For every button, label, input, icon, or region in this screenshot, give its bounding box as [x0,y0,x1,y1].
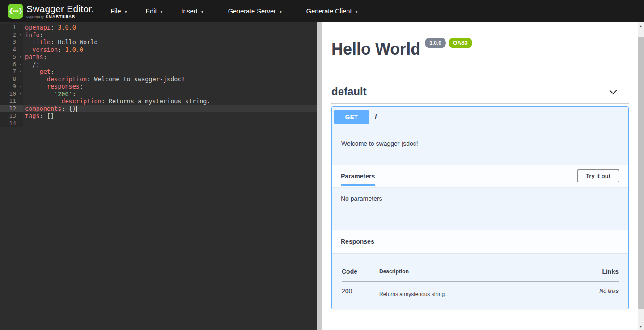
line-number: 3 [0,38,23,46]
fold-arrow-icon[interactable]: ▾ [20,68,22,76]
operation-path: / [375,113,377,121]
menu-file[interactable]: File▼ [105,4,133,18]
operation-description: Welcome to swagger-jsdoc! [332,127,628,165]
menu-caret-icon: ▼ [124,10,127,13]
scrollbar-thumb[interactable] [638,37,644,309]
workspace: 1openapi: 3.0.02▾info:3 title: Hello Wor… [0,22,644,330]
tab-parameters[interactable]: Parameters [341,173,375,180]
editor-line[interactable]: 12components: {} [0,105,317,113]
swagger-ui-preview: Hello World1.0.0OAS3 default GET / Welco… [322,22,638,330]
responses-table: Code Description Links 200Returns a myst… [342,253,619,297]
fold-arrow-icon[interactable]: ▾ [20,83,22,90]
opblock-summary[interactable]: GET / [332,107,628,127]
editor-line[interactable]: 3 title: Hello World [0,38,317,46]
scrollbar-down-arrow-icon[interactable]: ▼ [638,323,644,330]
editor-line[interactable]: 4 version: 1.0.0 [0,46,317,54]
line-content: tags: [] [23,112,54,120]
brand-block: Swagger Editor. Supported by SMARTBEAR [26,4,94,19]
line-content: openapi: 3.0.0 [23,24,76,31]
line-content: description: Welcome to swagger-jsdoc! [23,76,185,83]
menu-caret-icon: ▼ [160,10,163,13]
menu-caret-icon: ▼ [201,10,204,13]
supported-by-label: Supported by [26,15,44,18]
line-number: 2▾ [0,31,23,39]
line-content: description: Returns a mysterious string… [23,97,211,105]
api-title: Hello World [331,40,420,58]
response-row: 200Returns a mysterious string.No links [342,282,619,298]
line-number: 14 [0,120,23,127]
editor-line[interactable]: 8 description: Welcome to swagger-jsdoc! [0,76,317,83]
fold-arrow-icon[interactable]: ▾ [20,53,22,61]
version-badge: 1.0.0 [425,38,446,48]
menu-label: Generate Server [228,8,276,15]
responses-header: Responses [332,230,628,253]
tag-section-default[interactable]: default [331,85,629,104]
menu-label: Insert [182,8,198,15]
smartbear-label: SMARTBEAR [46,14,76,19]
menu-caret-icon: ▼ [355,10,358,13]
pane-splitter[interactable] [317,22,322,330]
line-number: 8 [0,76,23,83]
editor-line[interactable]: 7▾ get: [0,68,317,76]
editor-line[interactable]: 10▾ '200': [0,90,317,98]
line-number: 7▾ [0,68,23,76]
line-number: 5▾ [0,53,23,61]
menu-edit[interactable]: Edit▼ [140,4,169,18]
menu-label: Generate Client [306,8,352,15]
line-content: version: 1.0.0 [23,46,83,54]
editor-line[interactable]: 6▾ /: [0,61,317,68]
brand-title: Swagger Editor. [26,4,94,14]
line-number: 12 [0,105,23,113]
fold-arrow-icon[interactable]: ▾ [20,31,22,39]
line-content: get: [23,68,54,76]
response-code: 200 [342,282,379,298]
fold-arrow-icon[interactable]: ▾ [20,61,22,68]
editor-line[interactable]: 2▾info: [0,31,317,39]
responses-col-description: Description [379,253,565,282]
editor-line[interactable]: 11 description: Returns a mysterious str… [0,97,317,105]
line-number: 10▾ [0,90,23,98]
editor-line[interactable]: 1openapi: 3.0.0 [0,24,317,31]
text-cursor [76,106,77,112]
yaml-editor[interactable]: 1openapi: 3.0.02▾info:3 title: Hello Wor… [0,22,317,330]
editor-line[interactable]: 14 [0,120,317,127]
editor-line[interactable]: 13tags: [] [0,112,317,120]
line-number: 1 [0,24,23,31]
scrollbar-up-arrow-icon[interactable]: ▲ [638,22,644,30]
line-content: info: [23,31,43,39]
line-number: 6▾ [0,61,23,68]
try-it-out-button[interactable]: Try it out [577,169,619,182]
menu-generate-server[interactable]: Generate Server▼ [222,4,288,18]
editor-line[interactable]: 9▾ responses: [0,83,317,90]
responses-body: Code Description Links 200Returns a myst… [332,253,628,309]
fold-arrow-icon[interactable]: ▾ [20,90,22,98]
swagger-logo-icon: {···} [8,4,23,19]
line-number: 4 [0,46,23,54]
topbar: {···} Swagger Editor. Supported by SMART… [0,0,644,22]
line-content: components: {} [23,105,77,113]
response-links: No links [565,282,619,298]
line-number: 11 [0,97,23,105]
line-content: /: [23,61,40,68]
parameters-header: Parameters Try it out [332,165,628,187]
menu-caret-icon: ▼ [279,10,282,13]
tag-title: default [331,85,367,98]
menu-bar: File▼Edit▼Insert▼Generate Server▼Generat… [105,4,364,18]
line-content [23,120,25,127]
line-number: 9▾ [0,83,23,90]
menu-label: File [110,8,121,15]
menu-label: Edit [146,8,157,15]
editor-line[interactable]: 5▾paths: [0,53,317,61]
line-content: title: Hello World [23,38,98,46]
responses-col-code: Code [342,253,379,282]
line-content: paths: [23,53,47,61]
line-content: responses: [23,83,83,90]
menu-insert[interactable]: Insert▼ [176,4,210,18]
chevron-down-icon[interactable] [608,87,618,97]
responses-col-links: Links [565,253,619,282]
line-content: '200': [23,90,76,98]
no-parameters-message: No parameters [332,187,628,230]
preview-scrollbar[interactable]: ▲ ▼ [638,22,644,330]
menu-generate-client[interactable]: Generate Client▼ [301,4,364,18]
get-method-badge: GET [334,110,369,124]
